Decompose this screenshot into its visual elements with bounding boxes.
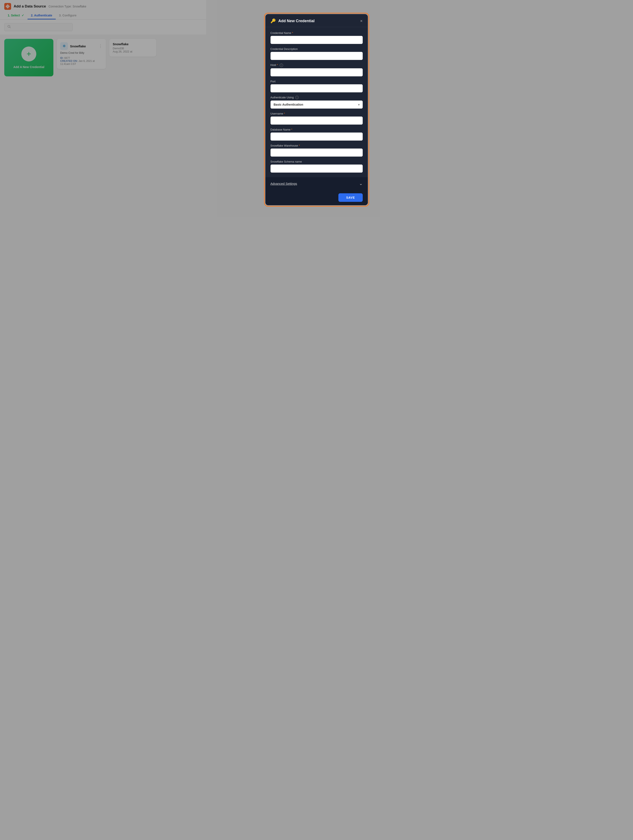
modal-overlay: 🔑 Add New Credential × Credential Name * <box>0 0 206 273</box>
